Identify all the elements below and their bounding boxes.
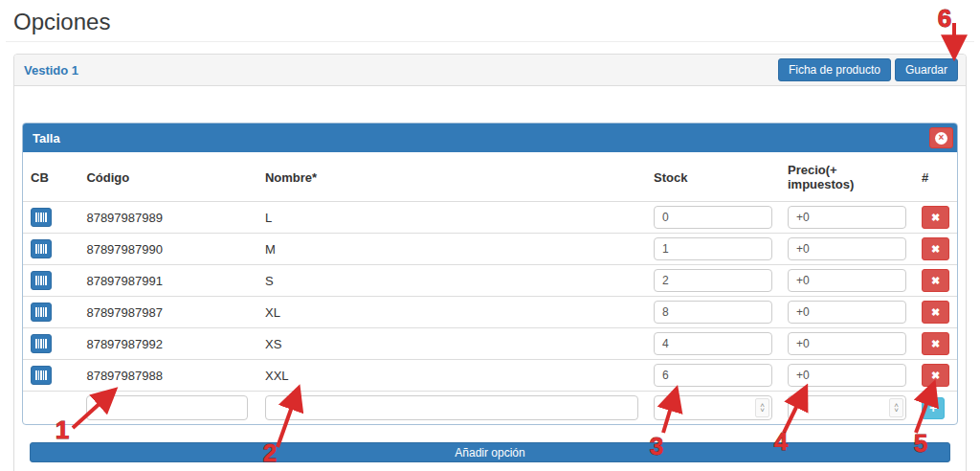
circle-x-icon: × [935, 132, 947, 145]
table-row: 87897987990 M ✖ [23, 234, 957, 265]
table-row: 87897987987 XL ✖ [23, 297, 957, 328]
number-spinner-icon[interactable]: ˄ ˅ [889, 398, 903, 417]
nombre-value: XXL [257, 360, 646, 392]
column-header-actions: # [914, 152, 957, 202]
number-spinner-icon[interactable]: ˄ ˅ [755, 398, 769, 417]
barcode-button[interactable] [31, 208, 52, 227]
delete-row-button[interactable]: ✖ [922, 332, 949, 355]
table-header-row: CB Código Nombre* Stock Precio(+ impuest… [23, 152, 957, 202]
barcode-button[interactable] [31, 271, 52, 290]
codigo-value: 87897987987 [78, 297, 257, 328]
table-row: 87897987992 XS ✖ [23, 328, 957, 360]
delete-row-button[interactable]: ✖ [922, 206, 949, 229]
remove-option-group-button[interactable]: × [929, 127, 953, 148]
precio-input[interactable] [788, 206, 906, 229]
page-title: Opciones [13, 10, 980, 34]
nombre-value: XS [257, 328, 646, 360]
new-row-cb-cell [23, 392, 78, 425]
precio-input[interactable] [788, 269, 906, 292]
product-panel-body: Talla × CB Código Nombre* Stock Preci [14, 86, 966, 462]
precio-input[interactable] [788, 364, 906, 387]
barcode-button[interactable] [31, 303, 52, 322]
add-row-button[interactable]: + [922, 397, 945, 419]
column-header-codigo: Código [78, 152, 257, 202]
nombre-value: L [257, 202, 646, 234]
codigo-value: 87897987991 [78, 265, 257, 297]
anadir-opcion-button[interactable]: Añadir opción [30, 442, 950, 462]
barcode-icon [35, 339, 47, 348]
delete-row-button[interactable]: ✖ [922, 301, 949, 324]
stock-input[interactable] [654, 364, 772, 387]
barcode-icon [35, 213, 47, 222]
barcode-button[interactable] [31, 239, 52, 258]
codigo-value: 87897987988 [78, 360, 257, 392]
nombre-value: XL [257, 297, 646, 328]
stock-input[interactable] [654, 332, 772, 355]
column-header-cb: CB [23, 152, 78, 202]
precio-input[interactable] [788, 237, 906, 260]
talla-table-body: 87897987989 L ✖ 87897987990 M ✖ [23, 202, 957, 425]
talla-panel-header: Talla × [23, 123, 957, 152]
stock-input[interactable] [654, 206, 772, 229]
delete-row-button[interactable]: ✖ [922, 237, 949, 260]
column-header-stock: Stock [646, 152, 780, 202]
nombre-value: S [257, 265, 646, 297]
precio-input[interactable] [788, 332, 906, 355]
table-row: 87897987988 XXL ✖ [23, 360, 957, 392]
stock-input[interactable] [654, 269, 772, 292]
product-panel-header: Vestido 1 Ficha de producto Guardar [14, 55, 966, 86]
barcode-button[interactable] [31, 366, 52, 385]
new-nombre-input[interactable] [265, 395, 638, 420]
delete-row-button[interactable]: ✖ [922, 269, 949, 292]
barcode-icon [35, 307, 47, 317]
stock-input[interactable] [654, 237, 772, 260]
nombre-value: M [257, 234, 646, 265]
codigo-value: 87897987990 [78, 234, 257, 265]
ficha-de-producto-button[interactable]: Ficha de producto [778, 58, 891, 81]
product-title-link[interactable]: Vestido 1 [24, 63, 78, 78]
new-stock-input[interactable] [660, 400, 755, 415]
title-divider [6, 41, 974, 42]
talla-panel: Talla × CB Código Nombre* Stock Preci [22, 123, 958, 425]
new-codigo-input[interactable] [86, 395, 248, 420]
column-header-precio: Precio(+ impuestos) [780, 152, 914, 202]
precio-input[interactable] [788, 301, 906, 324]
delete-row-button[interactable]: ✖ [922, 364, 949, 387]
talla-table: CB Código Nombre* Stock Precio(+ impuest… [23, 152, 957, 424]
table-row: 87897987989 L ✖ [23, 202, 957, 234]
talla-panel-title: Talla [33, 131, 60, 146]
column-header-nombre: Nombre* [257, 152, 646, 202]
guardar-button[interactable]: Guardar [895, 58, 958, 81]
new-precio-input[interactable] [794, 400, 889, 415]
barcode-icon [35, 244, 47, 254]
codigo-value: 87897987989 [78, 202, 257, 234]
spinner-down-icon[interactable]: ˅ [760, 408, 765, 413]
codigo-value: 87897987992 [78, 328, 257, 360]
barcode-icon [35, 276, 47, 285]
product-panel: Vestido 1 Ficha de producto Guardar Tall… [13, 54, 967, 471]
new-option-row: ˄ ˅ ˄ ˅ [23, 392, 957, 425]
barcode-icon [35, 370, 47, 380]
new-stock-field: ˄ ˅ [654, 395, 772, 420]
spinner-down-icon[interactable]: ˅ [894, 408, 899, 413]
table-row: 87897987991 S ✖ [23, 265, 957, 297]
product-header-buttons: Ficha de producto Guardar [778, 58, 958, 81]
stock-input[interactable] [654, 301, 772, 324]
barcode-button[interactable] [31, 334, 52, 353]
new-precio-field: ˄ ˅ [788, 395, 906, 420]
